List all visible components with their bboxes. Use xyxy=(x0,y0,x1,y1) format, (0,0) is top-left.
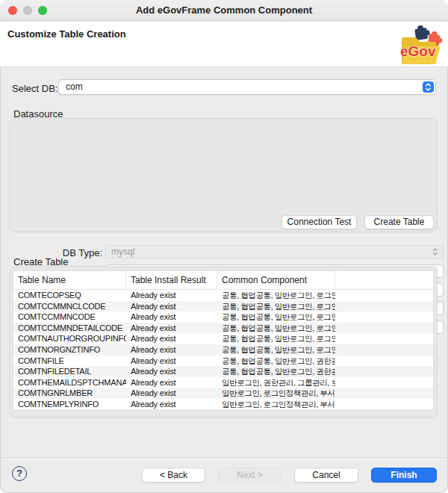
combo-stepper-icon[interactable] xyxy=(423,81,434,93)
back-button[interactable]: < Back xyxy=(142,468,205,483)
table-row[interactable]: COMTNFILEDETAILAlready exist공통, 협업공통, 일반… xyxy=(13,366,433,377)
table-cell-result: Already exist xyxy=(126,399,217,410)
table-cell-name: COMTCCMMNCLCODE xyxy=(13,301,126,312)
table-cell-result: Already exist xyxy=(126,323,217,334)
db-type-select: mysql xyxy=(105,245,444,258)
table-row[interactable]: COMTCCMMNDETAILCODEAlready exist공통, 협업공통… xyxy=(13,323,433,334)
table-cell-result: Already exist xyxy=(126,290,217,301)
table-cell-name: COMTNORGNZTINFO xyxy=(13,344,126,356)
table-cell-empty xyxy=(335,366,433,377)
zoom-button[interactable] xyxy=(38,6,47,15)
table-cell-component: 일반로그인, 로그인정책관리, 부서권한 xyxy=(217,399,335,410)
chevron-up-down-icon xyxy=(432,247,438,258)
cancel-button[interactable]: Cancel xyxy=(294,468,358,483)
finish-button[interactable]: Finish xyxy=(371,468,437,483)
title-bar: Add eGovFrame Common Component xyxy=(0,0,448,21)
table-cell-empty xyxy=(335,344,433,356)
footer-divider xyxy=(0,457,448,458)
table-cell-name: COMTNFILEDETAIL xyxy=(13,366,126,377)
table-row[interactable]: COMTHEMAILDSPTCHMANAGEAlready exist일반로그인… xyxy=(13,377,433,388)
table-cell-component: 공통, 협업공통, 일반로그인, 권한관리 xyxy=(217,366,335,377)
next-button: Next > xyxy=(218,468,281,483)
window-title: Add eGovFrame Common Component xyxy=(0,0,448,21)
table-row[interactable]: COMTNFILEAlready exist공통, 협업공통, 일반로그인, 권… xyxy=(13,356,433,367)
close-button[interactable] xyxy=(8,6,17,15)
minimize-button[interactable] xyxy=(23,6,32,15)
table-cell-empty xyxy=(335,323,433,334)
table-cell-empty xyxy=(335,333,433,344)
table-cell-name: COMTECOPSEQ xyxy=(13,290,126,301)
table-cell-result: Already exist xyxy=(126,301,217,312)
table-cell-component: 공통, 협업공통, 일반로그인, 로그인정책관리 xyxy=(217,333,335,344)
page-title: Customize Table Creation xyxy=(7,28,126,40)
table-cell-component: 공통, 협업공통, 일반로그인, 로그인정책관리 xyxy=(217,311,335,323)
table-cell-result: Already exist xyxy=(126,356,217,367)
select-db-value: com xyxy=(66,80,83,94)
table-cell-component: 공통, 협업공통, 일반로그인, 권한관리 xyxy=(217,356,335,367)
column-header-empty xyxy=(335,271,433,289)
table-cell-name: COMTCCMMNDETAILCODE xyxy=(13,323,126,334)
table-cell-component: 공통, 협업공통, 일반로그인, 로그인정책관리 xyxy=(217,344,335,356)
table-cell-empty xyxy=(335,290,433,301)
select-db-combobox[interactable]: com xyxy=(58,79,436,95)
db-type-value: mysql xyxy=(111,246,134,257)
table-cell-name: COMTNFILE xyxy=(13,356,126,367)
table-cell-empty xyxy=(335,356,433,367)
select-db-label: Select DB: xyxy=(12,83,57,94)
logo-wordmark: eGov xyxy=(400,43,436,59)
dialog-window: Add eGovFrame Common Component Customize… xyxy=(0,0,448,493)
table-cell-component: 일반로그인, 로그인정책관리, 부서권한 xyxy=(217,388,335,399)
table-cell-result: Already exist xyxy=(126,388,217,399)
table-row[interactable]: COMTCCMMNCLCODEAlready exist공통, 협업공통, 일반… xyxy=(13,301,433,312)
table-cell-name: COMTNAUTHORGROUPINFO xyxy=(13,333,126,344)
table-cell-result: Already exist xyxy=(126,377,217,388)
table-cell-name: COMTNGNRLMBER xyxy=(13,388,126,399)
table-cell-result: Already exist xyxy=(126,366,217,377)
table-row[interactable]: COMTNAUTHORGROUPINFOAlready exist공통, 협업공… xyxy=(13,333,433,344)
column-header-table-name[interactable]: Table Name xyxy=(13,271,126,289)
table-row[interactable]: COMTNORGNZTINFOAlready exist공통, 협업공통, 일반… xyxy=(13,344,433,356)
table-cell-component: 공통, 협업공통, 일반로그인, 로그인정책관리 xyxy=(217,301,335,312)
help-button[interactable]: ? xyxy=(12,466,27,481)
table-cell-result: Already exist xyxy=(126,344,217,356)
table-cell-name: COMTCCMMNCODE xyxy=(13,311,126,323)
table-cell-component: 공통, 협업공통, 일반로그인, 로그인정책관리 xyxy=(217,323,335,334)
wizard-header: Customize Table Creation eGov xyxy=(0,22,448,67)
table-row[interactable]: COMTECOPSEQAlready exist공통, 협업공통, 일반로그인,… xyxy=(13,290,433,301)
table-row[interactable]: COMTCCMMNCODEAlready exist공통, 협업공통, 일반로그… xyxy=(13,311,433,323)
table-cell-empty xyxy=(335,311,433,323)
table-cell-result: Already exist xyxy=(126,311,217,323)
table-cell-name: COMTNEMPLYRINFO xyxy=(13,399,126,410)
table-cell-component: 일반로그인, 권한관리, 그룹관리, 보안 xyxy=(217,377,335,388)
column-header-install-result[interactable]: Table Install Result xyxy=(126,271,217,289)
table-row[interactable]: COMTNGNRLMBERAlready exist일반로그인, 로그인정책관리… xyxy=(13,388,433,399)
table-row[interactable]: COMTNEMPLYRINFOAlready exist일반로그인, 로그인정책… xyxy=(13,399,433,410)
table-cell-empty xyxy=(335,301,433,312)
egov-logo-icon: eGov xyxy=(395,23,444,66)
table-cell-component: 공통, 협업공통, 일반로그인, 로그인정책관리 xyxy=(217,290,335,301)
table-cell-empty xyxy=(335,388,433,399)
table-creation-table[interactable]: Table Name Table Install Result Common C… xyxy=(13,270,434,410)
table-cell-result: Already exist xyxy=(126,333,217,344)
table-cell-empty xyxy=(335,399,433,410)
column-header-common-component[interactable]: Common Component xyxy=(217,271,335,289)
table-cell-empty xyxy=(335,377,433,388)
table-cell-name: COMTHEMAILDSPTCHMANAGE xyxy=(13,377,126,388)
table-header-row: Table Name Table Install Result Common C… xyxy=(13,271,433,290)
connection-test-button[interactable]: Connection Test xyxy=(281,215,357,229)
table-body: COMTECOPSEQAlready exist공통, 협업공통, 일반로그인,… xyxy=(13,290,433,410)
create-table-button[interactable]: Create Table xyxy=(364,215,434,229)
